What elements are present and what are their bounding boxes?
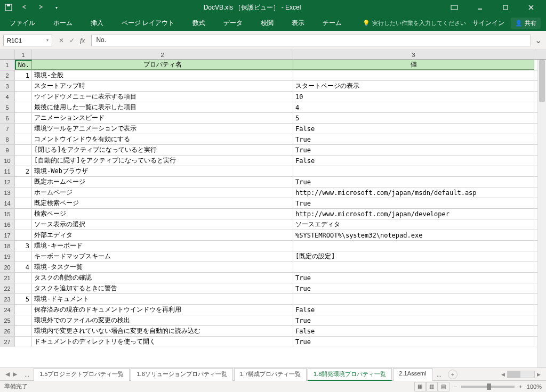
add-sheet-button[interactable]: + (448, 370, 457, 379)
col-header-2[interactable]: 2 (32, 50, 293, 59)
cell-value[interactable]: True (293, 134, 534, 144)
close-icon[interactable] (520, 2, 542, 13)
cell-value[interactable]: 4 (293, 102, 534, 112)
vertical-scrollbar[interactable] (537, 60, 546, 368)
cell-no[interactable] (15, 124, 32, 134)
cell-no[interactable] (15, 177, 32, 187)
cell-value[interactable]: False (293, 326, 534, 336)
tab-home[interactable]: ホーム (49, 17, 77, 30)
cell-no[interactable] (15, 219, 32, 230)
row-header[interactable]: 16 (0, 219, 15, 230)
row-header[interactable]: 27 (0, 337, 15, 347)
cell-propname[interactable]: 環境-ドキュメント (32, 294, 293, 304)
formula-input[interactable]: No. (91, 35, 531, 46)
cell-propname[interactable]: 環境-Webブラウザ (32, 166, 293, 176)
sheet-overflow-right[interactable]: ... (433, 370, 445, 379)
cell-value[interactable]: True (293, 337, 534, 347)
cell-propname[interactable]: 検索ページ (32, 209, 293, 219)
cell-no[interactable] (15, 337, 32, 347)
tab-view[interactable]: 表示 (287, 17, 309, 30)
cell-no[interactable] (15, 145, 32, 155)
tab-formulas[interactable]: 数式 (188, 17, 210, 30)
row-header[interactable]: 19 (0, 251, 15, 262)
cell-propname[interactable]: 既定検索ページ (32, 198, 293, 208)
row-header[interactable]: 14 (0, 198, 15, 208)
row-header[interactable]: 12 (0, 177, 15, 187)
cell-value[interactable]: http://www.microsoft.com/japan/developer (293, 209, 534, 219)
cell-no[interactable] (15, 156, 32, 166)
redo-icon[interactable] (36, 3, 45, 12)
cell-no[interactable] (15, 187, 32, 198)
row-header[interactable]: 25 (0, 315, 15, 325)
sheet-overflow-left[interactable]: ... (21, 370, 33, 379)
cell-value[interactable] (293, 166, 534, 176)
scroll-thumb[interactable] (539, 60, 545, 102)
cell-no[interactable] (15, 326, 32, 336)
cell-value[interactable]: スタートページの表示 (293, 81, 534, 91)
cell-propname[interactable]: [閉じる]をアクティブになっていると実行 (32, 145, 293, 155)
cell-no[interactable]: 2 (15, 166, 32, 176)
col-header-1[interactable]: 1 (15, 50, 32, 59)
cell-value[interactable] (293, 70, 534, 80)
sheet-tab[interactable]: 1.5プロジェクトプロパティ一覧 (34, 368, 130, 381)
cell-value[interactable]: True (293, 273, 534, 283)
next-sheet-icon[interactable]: ▶ (13, 371, 17, 378)
row-header[interactable]: 24 (0, 305, 15, 315)
sheet-tab[interactable]: 1.7構成プロパティ一覧 (234, 368, 307, 381)
row-header[interactable]: 5 (0, 102, 15, 112)
tab-data[interactable]: データ (219, 17, 247, 30)
row-header[interactable]: 17 (0, 230, 15, 240)
zoom-slider[interactable] (461, 386, 515, 388)
cell-value[interactable]: [既定の設定] (293, 251, 534, 262)
cell-propname[interactable]: タスクの削除の確認 (32, 273, 293, 283)
zoom-out-icon[interactable]: − (454, 383, 457, 390)
cell-no[interactable] (15, 273, 32, 283)
cell-value[interactable]: True (293, 177, 534, 187)
cell-value[interactable]: True (293, 198, 534, 208)
tell-me-search[interactable]: 💡 実行したい作業を入力してください (363, 19, 466, 27)
maximize-icon[interactable] (495, 2, 516, 13)
row-header[interactable]: 8 (0, 134, 15, 144)
row-header[interactable]: 4 (0, 92, 15, 102)
save-icon[interactable] (4, 3, 13, 12)
prev-sheet-icon[interactable]: ◀ (5, 371, 10, 378)
cell-propname[interactable]: コメントウインドウを有効にする (32, 134, 293, 144)
cell-value[interactable] (293, 294, 534, 304)
cell-value[interactable]: %SYSTEMROOT%\system32\notepad.exe (293, 230, 534, 240)
cell-no[interactable] (15, 134, 32, 144)
zoom-in-icon[interactable]: + (519, 383, 522, 390)
page-break-view-icon[interactable]: ▤ (438, 382, 449, 391)
name-box[interactable]: R1C1 ▾ (3, 35, 52, 46)
cell-no[interactable]: 3 (15, 241, 32, 251)
normal-view-icon[interactable]: ▦ (414, 382, 426, 391)
tab-insert[interactable]: 挿入 (86, 17, 108, 30)
select-all-corner[interactable] (0, 50, 15, 59)
fx-icon[interactable]: fx (80, 36, 85, 45)
cell-value[interactable]: ソースエディタ (293, 219, 534, 230)
expand-formula-icon[interactable]: ⌄ (533, 35, 543, 45)
row-header[interactable]: 2 (0, 70, 15, 80)
cell-no[interactable]: 1 (15, 70, 32, 80)
cell-propname[interactable]: 環境-キーボード (32, 241, 293, 251)
share-button[interactable]: 👤 共有 (511, 18, 541, 29)
cell-value[interactable]: False (293, 305, 534, 315)
cell-no[interactable] (15, 209, 32, 219)
cell-no[interactable] (15, 102, 32, 112)
cell-propname[interactable]: 既定ホームページ (32, 177, 293, 187)
page-layout-view-icon[interactable]: ▥ (426, 382, 438, 391)
cell-value[interactable]: True (293, 283, 534, 293)
row-header[interactable]: 22 (0, 283, 15, 293)
row-header[interactable]: 20 (0, 262, 15, 272)
row-header[interactable]: 13 (0, 187, 15, 198)
sheet-tab[interactable]: 1.6ソリューションプロパティ一覧 (131, 368, 232, 381)
tab-team[interactable]: チーム (318, 17, 346, 30)
qat-dropdown-icon[interactable]: ▾ (52, 3, 61, 12)
row-header[interactable]: 21 (0, 273, 15, 283)
row-header[interactable]: 7 (0, 124, 15, 134)
cell-value[interactable]: 5 (293, 113, 534, 123)
row-header[interactable]: 15 (0, 209, 15, 219)
tab-pagelayout[interactable]: ページ レイアウト (117, 17, 179, 30)
cell-propname[interactable]: 外部エディタ (32, 230, 293, 240)
cell-value[interactable] (293, 262, 534, 272)
cell-propname[interactable]: ソース表示の選択 (32, 219, 293, 230)
